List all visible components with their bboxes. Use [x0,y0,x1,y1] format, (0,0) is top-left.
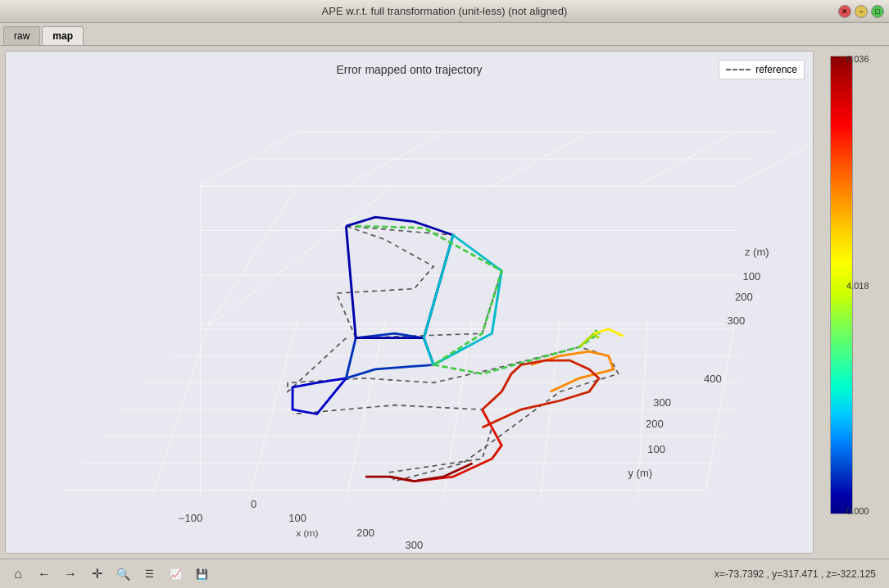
close-button[interactable]: ✕ [838,5,851,18]
colorbar-mid-label: 4.018 [846,281,876,291]
svg-text:100: 100 [743,271,761,282]
traj-segment-orange [531,351,614,391]
svg-text:400: 400 [704,374,722,385]
trajectory-plot: −100 0 100 x (m) 200 300 400 100 y (m) 2… [6,52,813,553]
svg-text:y (m): y (m) [628,468,653,479]
grid-lines [64,132,813,499]
main-content: Error mapped onto trajectory reference [0,46,889,559]
titlebar: APE w.r.t. full transformation (unit-les… [0,0,889,23]
coordinates-display: x=-73.7392 , y=317.471 , z=-322.125 [714,568,882,580]
svg-line-20 [210,186,394,324]
svg-text:300: 300 [728,316,746,327]
traj-segment-green [356,226,599,373]
traj-segment-cyan [424,235,501,364]
save-button[interactable]: 💾 [190,563,213,586]
svg-text:z (m): z (m) [745,247,769,258]
svg-text:400: 400 [459,551,477,553]
maximize-button[interactable]: □ [871,5,884,18]
svg-text:100: 100 [647,444,665,455]
svg-text:x (m): x (m) [296,529,318,538]
tabbar: raw map [0,23,889,46]
svg-text:200: 200 [646,418,664,429]
svg-text:300: 300 [653,397,671,408]
plot-area: Error mapped onto trajectory reference [5,51,814,554]
window-controls: ✕ − □ [838,5,884,18]
colorbar-min-label: 0.000 [846,506,876,516]
traj-segment-red [483,360,599,427]
zoom-button[interactable]: 🔍 [111,563,134,586]
svg-text:100: 100 [288,513,306,523]
window-title: APE w.r.t. full transformation (unit-les… [322,5,568,17]
tab-raw[interactable]: raw [3,26,40,45]
minimize-button[interactable]: − [855,5,868,18]
svg-line-19 [210,186,297,324]
svg-text:200: 200 [735,292,753,302]
colorbar-container: 8.036 4.018 0.000 [819,51,884,554]
pan-button[interactable]: ✛ [85,563,108,586]
settings-button[interactable]: ☰ [138,563,161,586]
svg-text:−100: −100 [179,513,202,523]
svg-text:300: 300 [406,540,424,550]
home-button[interactable]: ⌂ [7,563,29,586]
traj-segment-darkred [365,464,473,482]
traj-segment-yellow [594,329,624,337]
traj-segment-blue [293,378,346,414]
tab-map[interactable]: map [42,26,84,45]
chart-button[interactable]: 📈 [164,563,187,586]
svg-text:0: 0 [251,500,256,510]
back-button[interactable]: ← [33,563,56,586]
colorbar-wrapper: 8.036 4.018 0.000 [819,56,876,514]
forward-button[interactable]: → [59,563,82,586]
toolbar: ⌂ ← → ✛ 🔍 ☰ 📈 💾 x=-73.7392 , y=317.471 ,… [0,559,889,588]
colorbar-max-label: 8.036 [846,54,876,64]
svg-line-13 [705,320,735,491]
toolbar-buttons: ⌂ ← → ✛ 🔍 ☰ 📈 💾 [7,563,213,586]
traj-segment-yellowgreen [579,333,599,346]
svg-text:200: 200 [356,528,374,539]
axis-ticks: −100 0 100 x (m) 200 300 400 100 y (m) 2… [179,247,769,553]
